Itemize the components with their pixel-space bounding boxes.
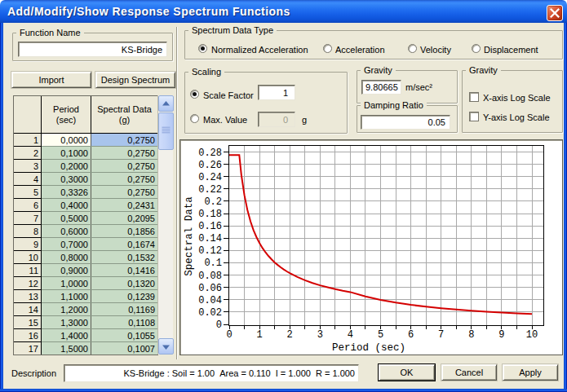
svg-text:0.04: 0.04 bbox=[198, 295, 222, 306]
svg-text:0: 0 bbox=[226, 329, 232, 341]
svg-text:0.26: 0.26 bbox=[198, 160, 222, 171]
svg-text:3: 3 bbox=[317, 329, 323, 341]
svg-text:9: 9 bbox=[498, 329, 504, 341]
svg-text:0.08: 0.08 bbox=[198, 271, 222, 282]
svg-text:4: 4 bbox=[348, 329, 353, 341]
svg-text:0.16: 0.16 bbox=[198, 221, 222, 232]
svg-text:0.2: 0.2 bbox=[204, 196, 222, 208]
svg-text:10: 10 bbox=[526, 329, 538, 341]
svg-text:8: 8 bbox=[468, 329, 474, 341]
svg-text:Period (sec): Period (sec) bbox=[332, 342, 405, 354]
svg-text:0.22: 0.22 bbox=[198, 184, 222, 196]
svg-text:0.1: 0.1 bbox=[204, 258, 222, 269]
svg-text:0.12: 0.12 bbox=[198, 245, 222, 257]
svg-text:0.24: 0.24 bbox=[198, 172, 222, 183]
svg-text:5: 5 bbox=[378, 329, 383, 341]
svg-text:2: 2 bbox=[287, 329, 293, 341]
svg-text:0.14: 0.14 bbox=[198, 233, 222, 244]
svg-text:0.06: 0.06 bbox=[198, 283, 222, 294]
svg-text:Spectral Data: Spectral Data bbox=[184, 196, 195, 276]
svg-text:0: 0 bbox=[216, 319, 222, 331]
svg-text:0.18: 0.18 bbox=[198, 209, 222, 220]
svg-text:6: 6 bbox=[408, 329, 414, 341]
svg-text:0.02: 0.02 bbox=[198, 307, 222, 319]
svg-text:0.28: 0.28 bbox=[198, 148, 222, 159]
svg-text:1: 1 bbox=[256, 329, 262, 341]
svg-text:7: 7 bbox=[438, 329, 444, 341]
